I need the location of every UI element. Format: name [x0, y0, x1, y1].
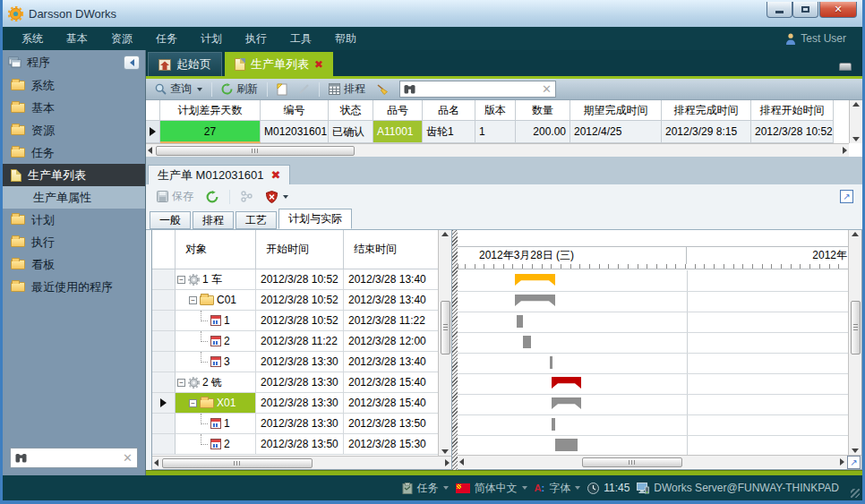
- tree-cell-start[interactable]: 2012/3/28 13:30: [256, 393, 344, 414]
- tree-row-8[interactable]: 22012/3/28 13:502012/3/28 15:30: [152, 434, 438, 455]
- tree-row-selector[interactable]: [152, 311, 176, 331]
- tree-collapse-icon[interactable]: −: [189, 399, 197, 407]
- toolbar-search-input[interactable]: [420, 83, 537, 96]
- tree-row-selector[interactable]: [152, 331, 176, 352]
- grid-col-2[interactable]: 状态: [329, 100, 373, 121]
- grid-col-5[interactable]: 版本: [475, 100, 516, 121]
- grid-cell-3[interactable]: A11001: [373, 121, 423, 143]
- grid-cell-4[interactable]: 齿轮1: [423, 121, 475, 143]
- status-font[interactable]: A: 字体: [535, 481, 581, 496]
- hierarchy-button[interactable]: [237, 189, 257, 204]
- font-dropdown-caret[interactable]: [575, 486, 580, 490]
- tree-cell-start[interactable]: 2012/3/28 10:52: [256, 311, 344, 331]
- grid-selected-row[interactable]: 27M012031601已确认A11001齿轮11200.002012/4/25…: [146, 121, 849, 143]
- grid-col-3[interactable]: 品号: [373, 100, 423, 121]
- grid-col-7[interactable]: 期望完成时间: [570, 100, 662, 121]
- detail-tab-1[interactable]: 排程: [193, 211, 234, 229]
- tree-collapse-icon[interactable]: −: [177, 379, 185, 387]
- grid-cell-6[interactable]: 200.00: [516, 121, 570, 143]
- tree-row-7[interactable]: 12012/3/28 13:302012/3/28 13:50: [152, 414, 438, 434]
- menu-item-1[interactable]: 基本: [55, 31, 99, 47]
- validate-button[interactable]: [262, 189, 292, 205]
- refresh-button[interactable]: 刷新: [218, 80, 261, 98]
- detail-doc-tab[interactable]: 生产单 M012031601 ✖: [148, 165, 290, 184]
- tree-cell-end[interactable]: 2012/3/28 15:30: [344, 434, 438, 455]
- gantt-bar-7[interactable]: [552, 418, 555, 431]
- scroll-up-icon[interactable]: [852, 232, 859, 236]
- open-external-icon[interactable]: ↗: [840, 190, 853, 203]
- tree-row-selector[interactable]: [152, 352, 176, 372]
- tree-cell-object[interactable]: 2: [176, 331, 256, 352]
- tree-cell-end[interactable]: 2012/3/28 13:40: [344, 352, 438, 372]
- status-language[interactable]: 简体中文: [456, 481, 527, 496]
- grid-col-4[interactable]: 品名: [423, 100, 475, 121]
- tree-cell-end[interactable]: 2012/3/28 11:22: [344, 311, 438, 331]
- query-button[interactable]: 查询: [151, 80, 206, 98]
- tree-cell-object[interactable]: 1: [176, 414, 256, 434]
- grid-cell-1[interactable]: M012031601: [261, 121, 329, 143]
- sidebar-item-2[interactable]: 资源: [3, 119, 145, 141]
- scroll-left-icon[interactable]: [148, 147, 152, 154]
- tree-row-0[interactable]: −1 车2012/3/28 10:522012/3/28 13:40: [152, 269, 438, 290]
- tree-row-2[interactable]: 12012/3/28 10:522012/3/28 11:22: [152, 311, 438, 331]
- tree-cell-object[interactable]: 2: [176, 434, 256, 455]
- tree-cell-object[interactable]: −X01: [176, 393, 256, 414]
- tree-cell-end[interactable]: 2012/3/28 13:50: [344, 414, 438, 434]
- menu-item-0[interactable]: 系统: [10, 31, 55, 47]
- grid-col-8[interactable]: 排程完成时间: [662, 100, 751, 121]
- detail-tab-3[interactable]: 计划与实际: [278, 209, 352, 229]
- sidebar-item-9[interactable]: 最近使用的程序: [3, 276, 145, 298]
- detail-tab-0[interactable]: 一般: [150, 211, 191, 229]
- tree-row-selector[interactable]: [152, 434, 176, 455]
- detail-refresh-button[interactable]: [202, 189, 222, 205]
- tree-row-1[interactable]: −C012012/3/28 10:522012/3/28 13:40: [152, 290, 438, 311]
- tab-start-page[interactable]: 起始页: [148, 52, 222, 76]
- grid-row-selector[interactable]: [146, 121, 160, 143]
- gantt-v-scrollbar[interactable]: [848, 230, 861, 455]
- pin-panel-icon[interactable]: [839, 63, 852, 71]
- menu-item-4[interactable]: 计划: [189, 31, 234, 47]
- sidebar-item-0[interactable]: 系统: [3, 74, 145, 97]
- tree-cell-end[interactable]: 2012/3/28 12:00: [344, 331, 438, 352]
- sidebar-search-input[interactable]: [31, 452, 118, 465]
- close-button[interactable]: ✕: [819, 2, 857, 18]
- menu-item-5[interactable]: 执行: [234, 31, 278, 47]
- gantt-h-scroll-thumb[interactable]: [582, 457, 682, 467]
- grid-cell-8[interactable]: 2012/3/29 8:15: [662, 121, 751, 143]
- scroll-right-icon[interactable]: [843, 147, 847, 154]
- gantt-v-scroll-thumb[interactable]: [851, 301, 861, 355]
- resize-grip[interactable]: [851, 489, 860, 498]
- grid-col-9[interactable]: 排程开始时间: [751, 100, 834, 121]
- sidebar-item-6[interactable]: 计划: [3, 209, 145, 231]
- tree-cell-object[interactable]: −2 铣: [176, 372, 256, 393]
- tree-cell-start[interactable]: 2012/3/28 13:30: [256, 414, 344, 434]
- tree-row-selector[interactable]: [152, 393, 176, 414]
- tree-row-selector[interactable]: [152, 290, 176, 311]
- tree-v-scroll-thumb[interactable]: [441, 301, 450, 355]
- query-dropdown-caret[interactable]: [197, 88, 202, 91]
- maximize-button[interactable]: [792, 2, 818, 18]
- tree-cell-start[interactable]: 2012/3/28 10:52: [256, 269, 344, 290]
- edit-button[interactable]: [295, 81, 313, 97]
- tree-row-6[interactable]: −X012012/3/28 13:302012/3/28 15:40: [152, 393, 438, 414]
- grid-cell-5[interactable]: 1: [475, 121, 516, 143]
- tree-cell-object[interactable]: −C01: [176, 290, 256, 311]
- scroll-up-icon[interactable]: [441, 232, 449, 236]
- scroll-down-icon[interactable]: [852, 137, 860, 141]
- scroll-left-icon[interactable]: [154, 459, 158, 466]
- tree-cell-end[interactable]: 2012/3/28 13:40: [344, 290, 438, 311]
- sidebar-collapse-button[interactable]: [124, 56, 140, 70]
- save-button[interactable]: 保存: [153, 187, 197, 206]
- toolbar-search-clear-icon[interactable]: ✕: [542, 82, 552, 96]
- gantt-bar-4[interactable]: [550, 356, 552, 369]
- grid-cell-0[interactable]: 27: [160, 121, 261, 143]
- gantt-bar-1[interactable]: [515, 295, 555, 306]
- current-user[interactable]: Test User: [785, 32, 855, 45]
- validate-dropdown-caret[interactable]: [283, 195, 288, 199]
- sidebar-item-8[interactable]: 看板: [3, 253, 145, 276]
- tree-cell-start[interactable]: 2012/3/28 10:52: [256, 290, 344, 311]
- gantt-bar-6[interactable]: [552, 397, 581, 409]
- grid-v-scrollbar[interactable]: [849, 100, 862, 143]
- tree-row-selector[interactable]: [152, 414, 176, 434]
- grid-cell-2[interactable]: 已确认: [329, 121, 373, 143]
